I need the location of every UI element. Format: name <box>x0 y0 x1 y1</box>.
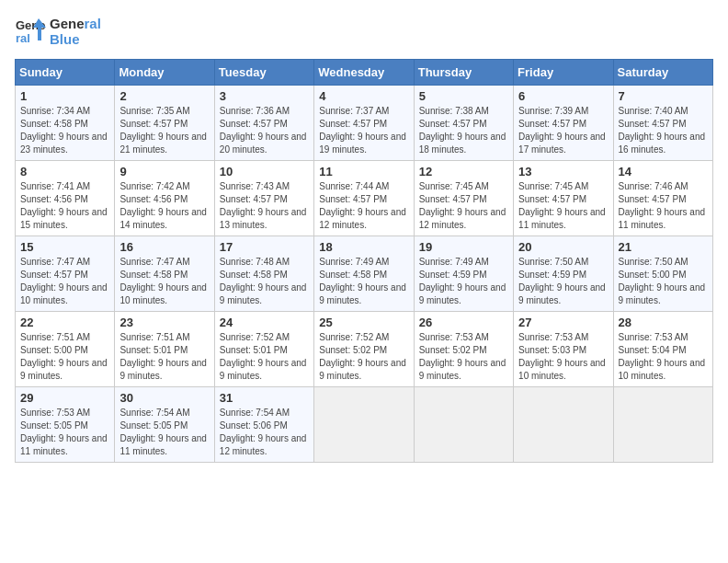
calendar-header-row: SundayMondayTuesdayWednesdayThursdayFrid… <box>16 60 713 86</box>
day-number: 15 <box>20 240 109 254</box>
calendar-week-row: 1 Sunrise: 7:34 AM Sunset: 4:58 PM Dayli… <box>16 86 713 161</box>
day-number: 19 <box>419 240 508 254</box>
calendar-day-cell: 19 Sunrise: 7:49 AM Sunset: 4:59 PM Dayl… <box>414 236 513 312</box>
day-info: Sunrise: 7:42 AM Sunset: 4:56 PM Dayligh… <box>119 180 209 232</box>
logo: Gene ral GeneralBlue <box>15 15 101 48</box>
calendar-day-cell: 21 Sunrise: 7:50 AM Sunset: 5:00 PM Dayl… <box>613 236 712 312</box>
day-number: 6 <box>518 89 608 103</box>
day-number: 31 <box>220 391 309 405</box>
page-header: Gene ral GeneralBlue <box>15 15 713 48</box>
day-number: 22 <box>20 316 109 329</box>
day-number: 4 <box>319 89 408 103</box>
logo-icon: Gene ral <box>15 15 48 48</box>
day-of-week-header: Tuesday <box>214 60 313 86</box>
calendar-day-cell: 26 Sunrise: 7:53 AM Sunset: 5:02 PM Dayl… <box>414 312 513 387</box>
day-of-week-header: Wednesday <box>314 60 414 86</box>
day-info: Sunrise: 7:47 AM Sunset: 4:58 PM Dayligh… <box>119 256 209 307</box>
day-info: Sunrise: 7:36 AM Sunset: 4:57 PM Dayligh… <box>220 105 309 156</box>
calendar-day-cell: 12 Sunrise: 7:45 AM Sunset: 4:57 PM Dayl… <box>414 161 513 236</box>
calendar-day-cell: 14 Sunrise: 7:46 AM Sunset: 4:57 PM Dayl… <box>613 161 712 236</box>
day-number: 30 <box>119 391 209 405</box>
day-info: Sunrise: 7:49 AM Sunset: 4:59 PM Dayligh… <box>419 256 508 307</box>
day-info: Sunrise: 7:53 AM Sunset: 5:05 PM Dayligh… <box>20 407 109 458</box>
day-info: Sunrise: 7:43 AM Sunset: 4:57 PM Dayligh… <box>220 180 309 232</box>
logo-text: GeneralBlue <box>50 16 101 48</box>
day-of-week-header: Monday <box>115 60 214 86</box>
day-info: Sunrise: 7:35 AM Sunset: 4:57 PM Dayligh… <box>119 105 209 156</box>
calendar-day-cell: 5 Sunrise: 7:38 AM Sunset: 4:57 PM Dayli… <box>414 86 513 161</box>
day-info: Sunrise: 7:45 AM Sunset: 4:57 PM Dayligh… <box>518 180 608 232</box>
day-number: 21 <box>619 240 708 254</box>
day-number: 17 <box>220 240 309 254</box>
calendar-week-row: 8 Sunrise: 7:41 AM Sunset: 4:56 PM Dayli… <box>16 161 713 236</box>
day-number: 18 <box>319 240 408 254</box>
day-of-week-header: Saturday <box>613 60 712 86</box>
day-number: 28 <box>619 316 708 329</box>
calendar-day-cell: 27 Sunrise: 7:53 AM Sunset: 5:03 PM Dayl… <box>514 312 613 387</box>
calendar-day-cell <box>314 387 414 463</box>
calendar-week-row: 29 Sunrise: 7:53 AM Sunset: 5:05 PM Dayl… <box>16 387 713 463</box>
calendar-day-cell: 6 Sunrise: 7:39 AM Sunset: 4:57 PM Dayli… <box>514 86 613 161</box>
calendar-day-cell: 28 Sunrise: 7:53 AM Sunset: 5:04 PM Dayl… <box>613 312 712 387</box>
day-info: Sunrise: 7:53 AM Sunset: 5:04 PM Dayligh… <box>619 331 708 383</box>
day-info: Sunrise: 7:46 AM Sunset: 4:57 PM Dayligh… <box>619 180 708 232</box>
calendar-day-cell: 3 Sunrise: 7:36 AM Sunset: 4:57 PM Dayli… <box>214 86 313 161</box>
calendar-day-cell: 15 Sunrise: 7:47 AM Sunset: 4:57 PM Dayl… <box>16 236 115 312</box>
calendar-table: SundayMondayTuesdayWednesdayThursdayFrid… <box>15 59 713 463</box>
day-info: Sunrise: 7:53 AM Sunset: 5:02 PM Dayligh… <box>419 331 508 383</box>
day-number: 27 <box>518 316 608 329</box>
svg-text:ral: ral <box>16 31 30 45</box>
logo-container: Gene ral GeneralBlue <box>15 15 101 48</box>
day-number: 12 <box>419 165 508 178</box>
day-number: 14 <box>619 165 708 178</box>
day-info: Sunrise: 7:40 AM Sunset: 4:57 PM Dayligh… <box>619 105 708 156</box>
day-info: Sunrise: 7:41 AM Sunset: 4:56 PM Dayligh… <box>20 180 109 232</box>
day-info: Sunrise: 7:53 AM Sunset: 5:03 PM Dayligh… <box>518 331 608 383</box>
day-info: Sunrise: 7:34 AM Sunset: 4:58 PM Dayligh… <box>20 105 109 156</box>
calendar-day-cell: 24 Sunrise: 7:52 AM Sunset: 5:01 PM Dayl… <box>214 312 313 387</box>
calendar-day-cell: 25 Sunrise: 7:52 AM Sunset: 5:02 PM Dayl… <box>314 312 414 387</box>
calendar-week-row: 15 Sunrise: 7:47 AM Sunset: 4:57 PM Dayl… <box>16 236 713 312</box>
day-info: Sunrise: 7:38 AM Sunset: 4:57 PM Dayligh… <box>419 105 508 156</box>
day-info: Sunrise: 7:48 AM Sunset: 4:58 PM Dayligh… <box>220 256 309 307</box>
day-info: Sunrise: 7:52 AM Sunset: 5:01 PM Dayligh… <box>220 331 309 383</box>
calendar-day-cell: 4 Sunrise: 7:37 AM Sunset: 4:57 PM Dayli… <box>314 86 414 161</box>
calendar-day-cell: 20 Sunrise: 7:50 AM Sunset: 4:59 PM Dayl… <box>514 236 613 312</box>
day-number: 25 <box>319 316 408 329</box>
calendar-day-cell <box>613 387 712 463</box>
day-info: Sunrise: 7:54 AM Sunset: 5:05 PM Dayligh… <box>119 407 209 458</box>
day-info: Sunrise: 7:54 AM Sunset: 5:06 PM Dayligh… <box>220 407 309 458</box>
calendar-day-cell: 7 Sunrise: 7:40 AM Sunset: 4:57 PM Dayli… <box>613 86 712 161</box>
calendar-day-cell <box>414 387 513 463</box>
day-number: 16 <box>119 240 209 254</box>
calendar-day-cell: 1 Sunrise: 7:34 AM Sunset: 4:58 PM Dayli… <box>16 86 115 161</box>
day-number: 1 <box>20 89 109 103</box>
day-info: Sunrise: 7:50 AM Sunset: 4:59 PM Dayligh… <box>518 256 608 307</box>
calendar-day-cell: 31 Sunrise: 7:54 AM Sunset: 5:06 PM Dayl… <box>214 387 313 463</box>
calendar-day-cell: 8 Sunrise: 7:41 AM Sunset: 4:56 PM Dayli… <box>16 161 115 236</box>
calendar-day-cell: 2 Sunrise: 7:35 AM Sunset: 4:57 PM Dayli… <box>115 86 214 161</box>
day-number: 10 <box>220 165 309 178</box>
day-number: 23 <box>119 316 209 329</box>
day-number: 2 <box>119 89 209 103</box>
day-info: Sunrise: 7:45 AM Sunset: 4:57 PM Dayligh… <box>419 180 508 232</box>
day-info: Sunrise: 7:44 AM Sunset: 4:57 PM Dayligh… <box>319 180 408 232</box>
day-info: Sunrise: 7:37 AM Sunset: 4:57 PM Dayligh… <box>319 105 408 156</box>
day-number: 7 <box>619 89 708 103</box>
day-info: Sunrise: 7:51 AM Sunset: 5:01 PM Dayligh… <box>119 331 209 383</box>
day-number: 29 <box>20 391 109 405</box>
calendar-day-cell: 10 Sunrise: 7:43 AM Sunset: 4:57 PM Dayl… <box>214 161 313 236</box>
day-info: Sunrise: 7:50 AM Sunset: 5:00 PM Dayligh… <box>619 256 708 307</box>
calendar-day-cell: 17 Sunrise: 7:48 AM Sunset: 4:58 PM Dayl… <box>214 236 313 312</box>
day-number: 24 <box>220 316 309 329</box>
calendar-day-cell: 9 Sunrise: 7:42 AM Sunset: 4:56 PM Dayli… <box>115 161 214 236</box>
calendar-day-cell: 22 Sunrise: 7:51 AM Sunset: 5:00 PM Dayl… <box>16 312 115 387</box>
day-info: Sunrise: 7:47 AM Sunset: 4:57 PM Dayligh… <box>20 256 109 307</box>
day-number: 9 <box>119 165 209 178</box>
calendar-day-cell: 30 Sunrise: 7:54 AM Sunset: 5:05 PM Dayl… <box>115 387 214 463</box>
day-info: Sunrise: 7:39 AM Sunset: 4:57 PM Dayligh… <box>518 105 608 156</box>
calendar-day-cell: 13 Sunrise: 7:45 AM Sunset: 4:57 PM Dayl… <box>514 161 613 236</box>
day-number: 26 <box>419 316 508 329</box>
day-number: 3 <box>220 89 309 103</box>
day-number: 5 <box>419 89 508 103</box>
